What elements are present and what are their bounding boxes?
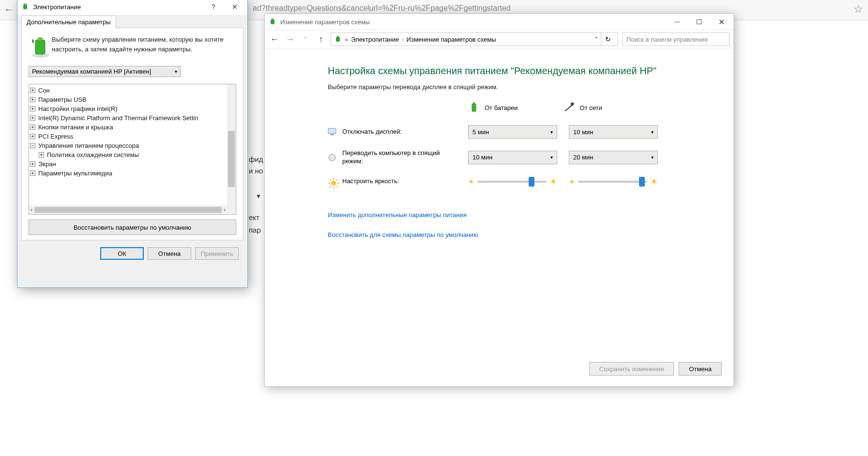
tree-item[interactable]: −Управление питанием процессора <box>30 141 226 150</box>
close-button[interactable]: ✕ <box>224 0 245 14</box>
expand-icon[interactable]: + <box>30 115 35 121</box>
sun-low-icon: ☀ <box>468 178 474 186</box>
sun-high-icon: ☀ <box>549 176 557 187</box>
expand-icon[interactable]: + <box>30 88 35 93</box>
browser-back-icon[interactable]: ← <box>4 4 14 15</box>
column-mains-label: От сети <box>580 104 602 111</box>
svg-rect-10 <box>328 128 336 134</box>
brightness-slider-battery[interactable]: ☀ ☀ <box>468 176 557 187</box>
scroll-corner <box>227 205 236 214</box>
scroll-right-icon[interactable]: › <box>224 206 226 213</box>
display-off-label: Отключать дисплей: <box>342 128 402 136</box>
expand-icon[interactable]: + <box>30 106 35 111</box>
tree-item[interactable]: +Параметры USB <box>30 95 226 104</box>
cancel-button[interactable]: Отмена <box>679 362 722 376</box>
breadcrumb-item[interactable]: Изменение параметров схемы <box>407 36 496 43</box>
maximize-button[interactable] <box>688 15 710 29</box>
svg-rect-4 <box>472 104 476 111</box>
slider-track[interactable] <box>477 181 547 183</box>
ok-button[interactable]: ОК <box>100 247 144 260</box>
tree-item[interactable]: +Параметры мультимедиа <box>30 169 226 178</box>
help-button[interactable]: ? <box>203 0 224 14</box>
tree-item[interactable]: +Сон <box>30 86 226 95</box>
moon-icon <box>328 153 336 162</box>
chevron-down-icon[interactable]: ˅ <box>595 36 598 43</box>
bookmark-star-icon[interactable]: ☆ <box>853 3 863 16</box>
edit-plan-window: Изменение параметров схемы ✕ ← → ˅ ↑ « Э… <box>264 14 734 387</box>
power-icon <box>269 17 276 27</box>
expand-icon[interactable]: + <box>30 97 35 102</box>
restore-defaults-button[interactable]: Восстановить параметры по умолчанию <box>29 220 236 235</box>
sleep-battery-select[interactable]: 10 мин▾ <box>468 151 557 164</box>
nav-recent-icon[interactable]: ˅ <box>300 36 311 43</box>
nav-back-icon[interactable]: ← <box>269 34 280 45</box>
tree-item-label: Сон <box>38 87 50 94</box>
apply-button[interactable]: Применить <box>195 247 239 260</box>
expand-icon[interactable]: + <box>30 161 35 167</box>
svg-point-13 <box>331 181 336 186</box>
nav-forward-icon[interactable]: → <box>284 34 296 45</box>
bc-sep: « <box>345 36 348 43</box>
battery-icon <box>468 101 480 114</box>
search-input[interactable]: Поиск в панели управления <box>622 32 730 46</box>
tree-item[interactable]: +Кнопки питания и крышка <box>30 123 226 132</box>
brightness-slider-mains[interactable]: ☀ ☀ <box>569 176 658 187</box>
row-sleep: Переводить компьютер в спящий режим: 10 … <box>328 149 707 166</box>
tree-scroll-area[interactable]: +Сон+Параметры USB+Настройки графики Int… <box>29 84 227 205</box>
horizontal-scrollbar[interactable]: ‹ › <box>29 205 227 214</box>
tree-item[interactable]: +Политика охлаждения системы <box>30 150 226 159</box>
vertical-scrollbar[interactable] <box>227 84 236 205</box>
cancel-button[interactable]: Отмена <box>148 247 191 260</box>
minimize-button[interactable] <box>666 15 688 29</box>
tree-item[interactable]: +Экран <box>30 159 226 169</box>
browser-url-fragment: ad?threadtype=Questions&cancelurl=%2Fru-… <box>253 4 511 13</box>
page-title: Настройка схемы управления питанием "Рек… <box>328 65 707 77</box>
search-placeholder: Поиск в панели управления <box>626 36 708 43</box>
display-off-battery-select[interactable]: 5 мин▾ <box>468 125 557 139</box>
window-title: Изменение параметров схемы <box>280 18 370 26</box>
bg-text: фид <box>249 155 263 163</box>
page-subtitle: Выберите параметры перевода дисплея в сп… <box>328 83 707 91</box>
svg-line-19 <box>336 186 337 187</box>
tab-advanced[interactable]: Дополнительные параметры <box>21 16 116 28</box>
svg-rect-26 <box>38 37 43 40</box>
refresh-icon[interactable]: ↻ <box>601 33 615 46</box>
sun-high-icon: ☀ <box>650 176 658 187</box>
expand-icon[interactable]: + <box>39 152 44 157</box>
sleep-mains-select[interactable]: 20 мин▾ <box>569 151 658 164</box>
svg-rect-11 <box>331 134 334 135</box>
battery-large-icon <box>29 35 45 59</box>
tree-item[interactable]: +Настройки графики Intel(R) <box>30 104 226 113</box>
expand-icon[interactable]: + <box>30 134 35 139</box>
sun-icon <box>328 177 336 186</box>
display-off-mains-select[interactable]: 10 мин▾ <box>569 125 658 139</box>
save-button[interactable]: Сохранить изменения <box>589 362 674 376</box>
svg-line-20 <box>336 179 337 180</box>
expand-icon[interactable]: + <box>30 171 35 176</box>
svg-rect-23 <box>24 3 26 5</box>
link-restore-defaults[interactable]: Восстановить для схемы параметры по умол… <box>328 231 707 238</box>
svg-rect-3 <box>337 36 339 37</box>
close-button[interactable]: ✕ <box>710 15 732 29</box>
tree-item-label: Экран <box>38 160 56 168</box>
expand-icon[interactable]: + <box>30 125 35 130</box>
power-scheme-select[interactable]: Рекомендуемая компанией HP [Активен] ▾ <box>29 66 181 77</box>
breadcrumb-item[interactable]: Электропитание <box>351 36 399 43</box>
breadcrumb[interactable]: « Электропитание › Изменение параметров … <box>331 32 618 46</box>
bg-text: и но <box>249 167 263 175</box>
tree-item-label: Параметры мультимедиа <box>38 170 112 177</box>
slider-track[interactable] <box>578 181 647 183</box>
tree-item[interactable]: +Intel(R) Dynamic Platform and Thermal F… <box>30 113 226 123</box>
tree-item[interactable]: +PCI Express <box>30 132 226 141</box>
link-advanced-settings[interactable]: Изменить дополнительные параметры питани… <box>328 211 707 219</box>
scroll-left-icon[interactable]: ‹ <box>30 206 32 213</box>
tree-item-label: Политика охлаждения системы <box>47 151 139 158</box>
svg-line-21 <box>330 186 331 187</box>
column-mains: От сети <box>563 101 602 114</box>
sun-low-icon: ☀ <box>569 178 575 186</box>
svg-rect-25 <box>35 40 45 54</box>
svg-rect-0 <box>271 19 274 24</box>
nav-up-icon[interactable]: ↑ <box>315 34 327 45</box>
window-titlebar: Изменение параметров схемы ✕ <box>265 14 733 30</box>
collapse-icon[interactable]: − <box>30 143 35 148</box>
